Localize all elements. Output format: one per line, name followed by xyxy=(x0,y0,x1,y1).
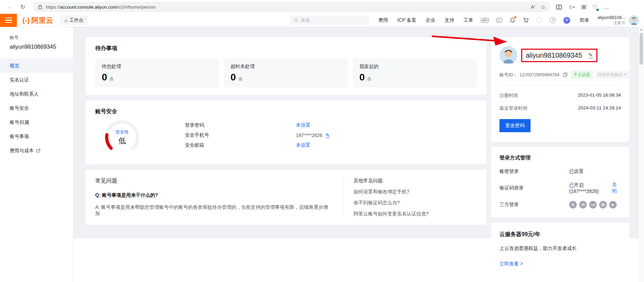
edit-phone-icon[interactable]: ✎ xyxy=(325,133,330,138)
scrollbar-thumb[interactable] xyxy=(640,33,643,65)
sidebar-account-name: aliyun9810869345 xyxy=(0,41,73,57)
home-icon: ⌂ xyxy=(65,18,67,23)
faq-divider xyxy=(343,177,343,217)
search-icon xyxy=(294,18,298,22)
promo-cta-link[interactable]: 立即查看 > xyxy=(499,261,523,267)
security-gauge: 安全性 低 xyxy=(103,118,141,157)
cart-icon[interactable] xyxy=(523,18,529,23)
refresh-icon[interactable]: ↻ xyxy=(18,2,28,12)
hamburger-menu-icon[interactable] xyxy=(0,14,17,27)
promo-desc: 上云首选普惠权益，助力开发者成长 xyxy=(499,245,621,252)
laiwang-icon[interactable]: ▶ xyxy=(609,201,617,208)
profile-avatar[interactable] xyxy=(499,46,517,64)
help-icon[interactable]: ? xyxy=(550,17,556,23)
security-title: 账号安全 xyxy=(95,108,477,115)
alipay-icon[interactable]: 支 xyxy=(569,201,577,208)
nav-account[interactable]: aliyun98108... 主账号 xyxy=(597,15,625,26)
external-link-icon xyxy=(36,149,40,153)
annotation-box: aliyun9810869345 ✎ xyxy=(521,49,597,62)
faq-link-no-code[interactable]: 收不到验证码怎么办? xyxy=(354,200,429,206)
language-switcher[interactable]: 简体 xyxy=(579,17,589,23)
nav-item-billing[interactable]: 费用 xyxy=(378,17,388,23)
todo-count: 0 xyxy=(230,72,236,83)
set-email-link[interactable]: 未设置 xyxy=(296,142,310,148)
todo-card-pending[interactable]: 待您处理 0条 xyxy=(95,58,219,87)
verified-badge[interactable]: 个人认证 xyxy=(571,71,593,79)
split-screen-icon[interactable] xyxy=(556,4,562,10)
page-scrollbar[interactable]: ▲ xyxy=(638,27,644,282)
workbench-button[interactable]: ⌂ 工作台 xyxy=(60,16,88,25)
search-box[interactable] xyxy=(290,16,369,25)
sidebar-item-contacts[interactable]: 地址和联系人 xyxy=(0,87,73,101)
faq-other-title: 其他常见问题: xyxy=(354,178,429,184)
read-aloud-icon[interactable]: A⁾ xyxy=(531,4,535,10)
todo-card: 待办事项 待您处理 0条 超时未处理 0条 我发起的 0条 xyxy=(86,37,486,95)
aliyun-logo-text: 阿里云 xyxy=(31,16,53,25)
sidebar-item-matters[interactable]: 账号事项 xyxy=(0,129,73,144)
nav-item-ticket[interactable]: 工单 xyxy=(464,17,473,23)
student-verify-badge[interactable]: 前往学生验证 > xyxy=(595,71,629,79)
gauge-label: 安全性 xyxy=(116,129,129,135)
aliyun-logo[interactable]: (-) 阿里云 xyxy=(22,16,53,25)
sidebar-group-label: 账号 xyxy=(0,35,73,41)
faq-link-change-realname[interactable]: 阿里云账号如何变更实名认证信息? xyxy=(354,211,429,217)
1688-icon[interactable]: 1688 xyxy=(589,201,597,208)
app-star-icon[interactable]: ✳ xyxy=(563,17,570,24)
favorites-bar-icon[interactable]: ☆≡ xyxy=(568,4,575,10)
sidebar-item-security[interactable]: 账号安全 xyxy=(0,101,73,115)
set-password-link[interactable]: 未设置 xyxy=(296,122,310,128)
address-bar[interactable]: https://account.console.aliyun.com/v2/#/… xyxy=(33,2,551,12)
login-row-smscode: 验证码登录 已开启(187****2826) 关闭 xyxy=(499,182,621,194)
browser-essentials-icon[interactable]: ♡ xyxy=(592,4,597,10)
copy-icon[interactable] xyxy=(563,72,567,77)
nav-avatar[interactable] xyxy=(629,15,639,26)
faq-link-bind-phone[interactable]: 如何设置和修改绑定手机? xyxy=(354,189,429,195)
promo-card: 云服务器99元/年 上云首选普惠权益，助力开发者成长 立即查看 > xyxy=(491,223,629,278)
nav-item-enterprise[interactable]: 企业 xyxy=(426,17,435,23)
todo-card-initiated[interactable]: 我发起的 0条 xyxy=(353,58,477,87)
sidebar-item-overview[interactable]: 概览 xyxy=(0,59,73,73)
lightbulb-icon[interactable] xyxy=(537,18,542,23)
back-icon[interactable]: ← xyxy=(5,2,14,12)
notification-bell-icon[interactable] xyxy=(510,17,515,23)
security-card: 账号安全 安全性 低 登录密码 xyxy=(86,100,486,164)
security-row-phone: 安全手机号 187****2826 ✎ xyxy=(185,130,330,140)
browser-chrome: ← ↻ https://account.console.aliyun.com/v… xyxy=(0,0,644,14)
disable-smscode-link[interactable]: 关闭 xyxy=(612,182,621,194)
sidebar-item-realname[interactable]: 实名认证 xyxy=(0,73,73,87)
lock-icon xyxy=(38,4,42,9)
todo-card-overdue[interactable]: 超时未处理 0条 xyxy=(224,58,348,87)
nav-item-icp[interactable]: ICP 备案 xyxy=(397,17,416,23)
todo-title: 待办事项 xyxy=(95,45,477,52)
profile-divider xyxy=(499,86,621,86)
favorite-star-icon[interactable]: ☆ xyxy=(541,4,546,10)
sidebar: 账号 aliyun9810869345 概览 实名认证 地址和联系人 账号安全 … xyxy=(0,27,73,282)
weibo-icon[interactable]: 微 xyxy=(599,201,607,208)
browser-menu-icon[interactable]: … xyxy=(604,4,610,10)
search-input[interactable] xyxy=(301,18,359,23)
edit-name-icon[interactable]: ✎ xyxy=(588,52,593,58)
change-password-button[interactable]: 更改密码 xyxy=(499,119,531,132)
nav-item-support[interactable]: 支持 xyxy=(445,17,454,23)
sidebar-item-cost[interactable]: 费用与成本 xyxy=(0,144,73,158)
login-row-password: 账密登录 已设置 xyxy=(499,168,621,175)
terminal-icon[interactable]: >_ xyxy=(496,18,502,22)
taobao-icon[interactable]: 淘 xyxy=(579,201,587,208)
faq-question: Q: 账号事项是用来干什么的? xyxy=(95,192,333,198)
login-methods-card: 登录方式管理 账密登录 已设置 验证码登录 已开启(187****2826) 关… xyxy=(491,147,629,217)
app-body: 账号 aliyun9810869345 概览 实名认证 地址和联系人 账号安全 … xyxy=(0,27,644,282)
profile-card: aliyun9810869345 ✎ 账号ID： 122007290599479… xyxy=(491,37,629,142)
faq-title: 常见问题 xyxy=(95,177,333,185)
api-icon[interactable]: API xyxy=(481,18,489,22)
scroll-up-icon[interactable]: ▲ xyxy=(638,27,644,32)
security-row-email: 安全邮箱 未设置 xyxy=(185,140,330,150)
aliyun-topnav: (-) 阿里云 ⌂ 工作台 费用 ICP 备案 企业 支持 工单 API >_ … xyxy=(0,14,644,27)
todo-count: 0 xyxy=(102,72,107,83)
profile-name: aliyun9810869345 xyxy=(526,51,582,59)
promo-title: 云服务器99元/年 xyxy=(499,231,621,238)
sidebar-item-ownership[interactable]: 账号归属 xyxy=(0,115,73,129)
account-id-value: 1220072905994794 xyxy=(519,72,559,77)
collections-icon[interactable]: ⊞ xyxy=(581,3,586,11)
faq-card: 常见问题 Q: 账号事项是用来干什么的? A: 账号事项是用来帮助您管理账号中的… xyxy=(86,170,486,225)
phone-value: 187****2826 xyxy=(296,133,322,138)
